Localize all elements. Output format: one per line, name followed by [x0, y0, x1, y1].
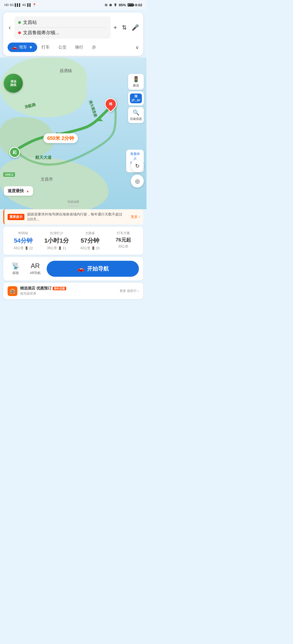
transport-tabs: 🚗 驾车 ▼ 打车 公交 骑行 步 ∨ — [8, 41, 139, 52]
tab-bus[interactable]: 公交 — [54, 43, 71, 52]
more-tabs-button[interactable]: ∨ — [135, 44, 139, 50]
route-info-label: 沿途信息 — [130, 117, 142, 121]
tab-drive[interactable]: 🚗 驾车 ▼ — [8, 43, 37, 52]
swap-button[interactable]: ⇅ — [122, 24, 127, 31]
option1-traffic: 22 — [29, 246, 33, 250]
status-right: N ⊛ 🎙 85% 8:02 — [105, 3, 142, 7]
search-row: ‹ 文昌站 文昌鲁能希尔顿... + ⇅ 🎤 — [8, 16, 139, 39]
limit-sub: 沪...97 — [132, 98, 140, 102]
option2-traffic: 11 — [63, 246, 66, 250]
ar-icon: AR — [31, 262, 40, 270]
traffic-label: 路况 — [133, 83, 139, 88]
chevron-right-icon: › — [138, 289, 139, 293]
option3-distance: 42公里 — [80, 246, 90, 250]
route-options-row: 时间短 54分钟 43公里 🚦 22 红绿灯少 1小时1分 39公里 🚦 11 … — [8, 231, 139, 250]
voice-input-button[interactable]: 🎤 — [132, 24, 139, 31]
refresh-button[interactable]: ↻ — [131, 159, 144, 172]
limit-label: 限 — [132, 94, 140, 98]
speed-mode-label: 速度最快 — [8, 188, 24, 194]
hotel-sub: 候鸟游世界 — [20, 291, 117, 296]
input-divider — [18, 27, 107, 28]
nfc-icon: N — [105, 3, 107, 7]
action-bar: 📡 探路 AR AR导航 🚗 开始导航 — [3, 257, 143, 281]
hotel-more-button[interactable]: 更多 低价行 › — [120, 289, 139, 293]
hotel-more-label: 更多 低价行 — [120, 289, 137, 293]
distance-text: 650米 2分钟 — [47, 136, 74, 141]
warning-tag: 重要提示 — [8, 214, 24, 220]
explore-icon: 📡 — [12, 262, 20, 270]
oil-route-badge[interactable]: 省油 路线 — [4, 74, 23, 93]
origin-text[interactable]: 文昌站 — [23, 19, 37, 25]
drive-dropdown[interactable]: ▼ — [29, 45, 33, 50]
speed-mode-button[interactable]: 速度最快 ▲ — [4, 186, 33, 196]
option2-label: 红绿灯少 — [41, 231, 72, 236]
back-button[interactable]: ‹ — [8, 23, 12, 32]
option3-time: 57分钟 — [74, 237, 106, 245]
option3-sub: 42公里 🚦 15 — [74, 246, 106, 250]
speed-limit-button[interactable]: 限 沪...97 — [128, 91, 144, 105]
bottom-handle — [68, 205, 79, 207]
warning-banner: 重要提示 据政策要求外地号牌在海南省域内行驶，每年通行天数不超过120天... … — [3, 209, 143, 224]
ar-nav-button[interactable]: AR AR导航 — [27, 262, 43, 275]
start-marker: 起 — [9, 147, 20, 158]
traffic-button[interactable]: 🚦 路况 — [128, 74, 144, 90]
clock: 8:02 — [135, 3, 142, 7]
start-label: 起 — [12, 150, 17, 155]
navigation-card: ‹ 文昌站 文昌鲁能希尔顿... + ⇅ 🎤 🚗 驾车 ▼ 打车 — [3, 12, 143, 56]
map-area[interactable]: 省油 路线 昌洒镇 文昌市 东航路 航天大道 清大道连接 起 终 650米 2分… — [0, 57, 146, 209]
warning-more-button[interactable]: 更多 › — [131, 214, 140, 219]
speed-badge: 限 沪...97 — [130, 94, 142, 103]
map-bottom-icons: ↻ ◎ — [131, 159, 144, 188]
add-waypoint-button[interactable]: + — [113, 24, 117, 31]
status-left: HD 5G ▌▌▌ 4G ▌▌ 📍 — [4, 3, 36, 7]
oil-badge-line1: 省油 — [10, 80, 16, 83]
origin-row: 文昌站 — [18, 18, 107, 26]
hotel-banner[interactable]: 🏨 精选酒店 优惠预订 限时优惠 候鸟游世界 更多 低价行 › — [3, 283, 143, 299]
hotel-title: 精选酒店 优惠预订 限时优惠 — [20, 286, 117, 291]
explore-button[interactable]: 📡 探路 — [8, 262, 24, 275]
bluetooth-icon: ⊛ — [109, 3, 112, 7]
start-navigation-button[interactable]: 🚗 开始导航 — [47, 261, 139, 277]
tab-bike[interactable]: 骑行 — [71, 43, 88, 52]
tab-bus-label: 公交 — [58, 45, 66, 50]
route-option-taxi[interactable]: 打车方案 76元起 33公里 — [108, 231, 139, 250]
destination-row: 文昌鲁能希尔顿... — [18, 29, 107, 37]
end-label: 终 — [109, 102, 113, 107]
signal-bars: ▌▌▌ — [15, 3, 21, 7]
route-info-button[interactable]: 🔍 沿途信息 — [128, 107, 144, 123]
tab-taxi[interactable]: 打车 — [37, 43, 54, 52]
hotel-promo-badge: 限时优惠 — [53, 287, 66, 290]
route-option-fewer-lights[interactable]: 红绿灯少 1小时1分 39公里 🚦 11 — [41, 231, 72, 250]
status-bar: HD 5G ▌▌▌ 4G ▌▌ 📍 N ⊛ 🎙 85% 8:02 — [0, 0, 146, 10]
destination-dot — [18, 31, 21, 34]
search-icon: 🔍 — [133, 109, 139, 116]
highway-label: G9812 — [5, 173, 14, 176]
mic-status-icon: 🎙 — [114, 3, 117, 7]
map-label-changsa: 昌洒镇 — [60, 68, 72, 73]
route-option-highways[interactable]: 大路多 57分钟 42公里 🚦 15 — [74, 231, 106, 250]
option4-label: 打车方案 — [108, 231, 139, 236]
oil-badge-line2: 路线 — [10, 83, 16, 87]
warning-text: 据政策要求外地号牌在海南省域内行驶，每年通行天数不超过120天... — [27, 212, 128, 222]
option4-time: 76元起 — [108, 237, 139, 243]
map-attribution: 高德地图 — [67, 200, 79, 204]
tab-drive-label: 驾车 — [19, 45, 27, 50]
destination-text[interactable]: 文昌鲁能希尔顿... — [23, 30, 59, 36]
location-center-button[interactable]: ◎ — [131, 175, 144, 188]
tab-bike-label: 骑行 — [75, 45, 83, 50]
option1-distance: 43公里 — [14, 246, 24, 250]
option1-label: 时间短 — [8, 231, 39, 236]
location-icon: 📍 — [33, 3, 36, 7]
location-icon: ◎ — [135, 178, 140, 184]
option3-label: 大路多 — [74, 231, 106, 236]
option3-traffic: 15 — [96, 246, 100, 250]
explore-label: 探路 — [12, 271, 19, 275]
signal-5g: 5G — [10, 3, 14, 7]
tab-taxi-label: 打车 — [42, 45, 50, 50]
option4-distance: 33公里 — [118, 244, 128, 249]
option4-sub: 33公里 — [108, 244, 139, 249]
route-option-fastest[interactable]: 时间短 54分钟 43公里 🚦 22 — [8, 231, 39, 250]
tab-walk[interactable]: 步 — [88, 43, 100, 52]
distance-bubble: 650米 2分钟 — [43, 133, 78, 143]
hd-label: HD — [4, 3, 9, 7]
